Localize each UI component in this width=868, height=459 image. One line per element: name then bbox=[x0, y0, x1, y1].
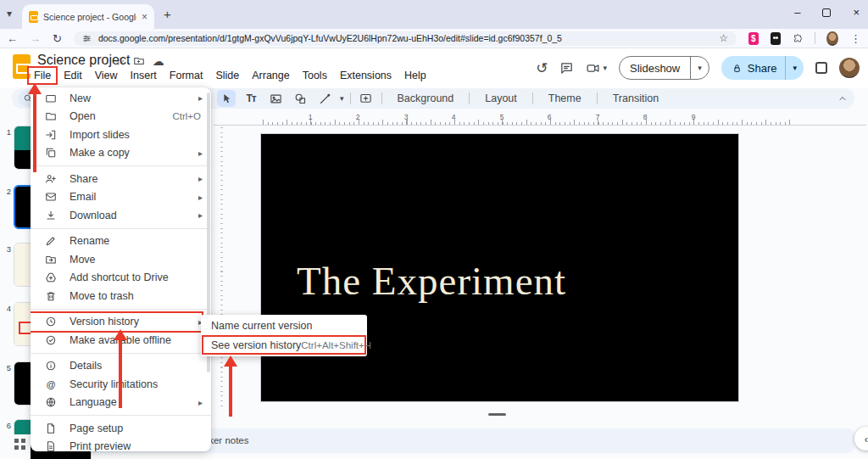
menu-arrange[interactable]: Arrange bbox=[246, 68, 295, 83]
window-close-button[interactable]: × bbox=[853, 7, 860, 19]
grid-view-icon[interactable] bbox=[14, 439, 25, 450]
window-controls: – × bbox=[794, 7, 860, 19]
menu-divider bbox=[31, 415, 211, 416]
slide-title-text[interactable]: The Experiment bbox=[297, 258, 566, 304]
menu-item-new[interactable]: New ▸ bbox=[31, 89, 211, 108]
menu-item-label: Language bbox=[70, 396, 194, 408]
menu-format[interactable]: Format bbox=[164, 68, 209, 83]
browser-tab[interactable]: Science project - Google Slides × bbox=[22, 4, 154, 29]
version-history-icon[interactable]: ↺ bbox=[536, 61, 548, 76]
ruler-number: 7 bbox=[596, 113, 600, 121]
window-minimize-button[interactable]: – bbox=[794, 7, 800, 19]
menu-item-language[interactable]: Language ▸ bbox=[31, 394, 211, 412]
slide-number: 5 bbox=[3, 363, 11, 372]
background-button[interactable]: Background bbox=[388, 92, 464, 104]
comments-icon[interactable] bbox=[559, 61, 574, 76]
menu-insert[interactable]: Insert bbox=[125, 68, 163, 83]
menu-item-make-a-copy[interactable]: Make a copy ▸ bbox=[31, 144, 211, 163]
menu-item-label: Email bbox=[70, 191, 194, 203]
tab-search-icon[interactable]: ▾ bbox=[7, 8, 12, 20]
share-dropdown-icon[interactable]: ▾ bbox=[785, 56, 804, 80]
menu-view[interactable]: View bbox=[89, 68, 124, 83]
cloud-status-icon[interactable]: ☁ bbox=[153, 54, 164, 68]
new-tab-button[interactable]: + bbox=[164, 7, 171, 21]
menu-file[interactable]: File bbox=[28, 68, 57, 83]
menu-edit[interactable]: Edit bbox=[58, 68, 88, 83]
ruler-number: 4 bbox=[452, 113, 456, 121]
ruler-number: 5 bbox=[500, 113, 504, 121]
textbox-tool[interactable]: Tт bbox=[242, 90, 260, 107]
transition-button[interactable]: Transition bbox=[604, 92, 668, 104]
menu-item-add-shortcut-to-drive[interactable]: Add shortcut to Drive bbox=[31, 269, 211, 288]
insert-line-tool[interactable] bbox=[315, 90, 334, 107]
menu-item-print-preview[interactable]: Print preview bbox=[31, 438, 211, 452]
submenu-item-see-version-history[interactable]: See version history Ctrl+Alt+Shift+H bbox=[201, 335, 367, 355]
insert-shape-tool[interactable] bbox=[291, 90, 309, 107]
menu-item-make-available-offline[interactable]: Make available offline bbox=[31, 331, 211, 350]
menu-item-open[interactable]: Open Ctrl+O bbox=[31, 108, 211, 126]
slideshow-button[interactable]: Slideshow ▾ bbox=[619, 56, 709, 80]
browser-avatar[interactable] bbox=[826, 31, 838, 46]
back-icon[interactable]: ← bbox=[7, 32, 18, 45]
extension-black-icon[interactable] bbox=[771, 32, 781, 45]
envelope-icon bbox=[44, 191, 58, 203]
menu-item-import-slides[interactable]: Import slides bbox=[31, 126, 211, 144]
bookmark-star-icon[interactable]: ☆ bbox=[719, 32, 728, 44]
menu-item-share[interactable]: Share ▸ bbox=[31, 170, 211, 188]
extensions-puzzle-icon[interactable] bbox=[793, 32, 803, 45]
browser-menu-icon[interactable]: ⋮ bbox=[850, 32, 861, 45]
select-tool[interactable] bbox=[217, 90, 236, 107]
menu-help[interactable]: Help bbox=[398, 68, 432, 83]
line-dropdown-icon[interactable]: ▾ bbox=[340, 94, 344, 103]
insert-comment-tool[interactable] bbox=[357, 90, 376, 107]
insert-image-tool[interactable] bbox=[266, 90, 285, 107]
menu-bar: File Edit View Insert Format Slide Arran… bbox=[28, 68, 432, 83]
page-icon bbox=[44, 423, 58, 434]
vertical-ruler[interactable] bbox=[212, 127, 223, 424]
menu-item-details[interactable]: Details bbox=[31, 357, 211, 376]
menu-item-security-limitations[interactable]: @ Security limitations bbox=[31, 375, 211, 394]
globe-icon bbox=[44, 396, 58, 408]
share-label: Share bbox=[748, 62, 777, 75]
layout-button[interactable]: Layout bbox=[476, 92, 526, 104]
forward-icon[interactable]: → bbox=[30, 32, 41, 45]
menu-item-move[interactable]: Move bbox=[31, 250, 211, 269]
dollar-glyph: $ bbox=[751, 34, 756, 43]
ruler-number: 6 bbox=[548, 113, 552, 121]
reload-icon[interactable]: ↻ bbox=[53, 32, 62, 45]
share-button[interactable]: Share ▾ bbox=[721, 56, 804, 80]
submenu-arrow-icon: ▸ bbox=[194, 210, 203, 220]
star-document-icon[interactable]: ☆ bbox=[115, 55, 125, 68]
theme-button[interactable]: Theme bbox=[539, 92, 591, 104]
meet-camera-icon[interactable]: ▾ bbox=[586, 61, 607, 76]
menu-item-rename[interactable]: Rename bbox=[31, 232, 211, 251]
notes-resize-handle[interactable] bbox=[488, 413, 506, 416]
camera-dropdown-icon[interactable]: ▾ bbox=[603, 64, 607, 72]
slide-number: 6 bbox=[3, 421, 11, 430]
move-folder-icon[interactable] bbox=[133, 55, 145, 67]
menu-item-label: Version history bbox=[70, 316, 194, 327]
collapse-toolbar-icon[interactable] bbox=[837, 93, 848, 104]
security-icon: @ bbox=[44, 379, 58, 389]
tab-close-icon[interactable]: × bbox=[142, 11, 147, 23]
menu-item-download[interactable]: Download ▸ bbox=[31, 206, 211, 225]
slide-canvas[interactable]: The Experiment bbox=[260, 133, 739, 402]
menu-item-email[interactable]: Email ▸ bbox=[31, 188, 211, 207]
slideshow-dropdown-icon[interactable]: ▾ bbox=[690, 57, 709, 79]
menu-item-version-history[interactable]: Version history ▸ bbox=[31, 313, 211, 332]
account-avatar[interactable] bbox=[839, 58, 860, 78]
history-clock-icon bbox=[44, 316, 58, 327]
window-maximize-button[interactable] bbox=[822, 8, 831, 17]
url-bar[interactable]: docs.google.com/presentation/d/1gtgM-gxQ… bbox=[74, 31, 737, 46]
horizontal-ruler[interactable]: 1 2 3 4 5 6 7 8 9 bbox=[214, 113, 866, 126]
hide-menus-icon[interactable] bbox=[815, 62, 827, 74]
menu-extensions[interactable]: Extensions bbox=[334, 68, 398, 83]
ruler-number: 3 bbox=[404, 113, 409, 121]
menu-tools[interactable]: Tools bbox=[297, 68, 333, 83]
menu-item-move-to-trash[interactable]: Move to trash bbox=[31, 287, 211, 305]
extension-pink-icon[interactable]: $ bbox=[748, 32, 759, 45]
divider bbox=[469, 92, 470, 104]
menu-item-page-setup[interactable]: Page setup bbox=[31, 419, 211, 438]
menu-slide[interactable]: Slide bbox=[209, 68, 245, 83]
submenu-item-name-current-version[interactable]: Name current version bbox=[201, 316, 367, 335]
